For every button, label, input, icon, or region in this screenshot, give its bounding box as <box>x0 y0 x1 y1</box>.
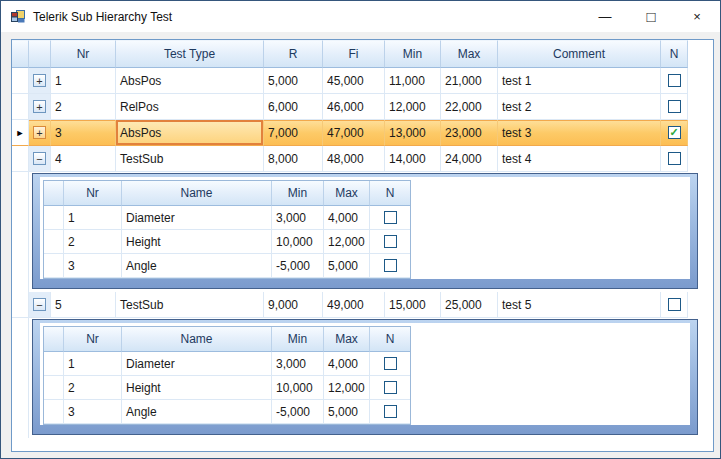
subgrid-column-header-name[interactable]: Name <box>122 327 272 352</box>
column-header-min[interactable]: Min <box>385 40 441 68</box>
expand-icon[interactable]: + <box>33 74 46 87</box>
subgrid-cell-nr[interactable]: 2 <box>64 230 122 254</box>
cell-max[interactable]: 24,000 <box>441 146 498 172</box>
cell-r[interactable]: 9,000 <box>264 292 323 318</box>
cell-max[interactable]: 22,000 <box>441 94 498 120</box>
expand-icon[interactable]: + <box>33 100 46 113</box>
subgrid-column-header-name[interactable]: Name <box>122 181 272 206</box>
cell-fi[interactable]: 46,000 <box>323 94 385 120</box>
subgrid-column-header-max[interactable]: Max <box>324 327 370 352</box>
current-cell-test-type[interactable]: AbsPos <box>116 120 264 146</box>
subgrid-cell-min[interactable]: 3,000 <box>272 352 324 376</box>
cell-min[interactable]: 14,000 <box>385 146 441 172</box>
checkbox[interactable] <box>384 405 397 418</box>
subgrid-cell-max[interactable]: 12,000 <box>324 230 370 254</box>
cell-nr[interactable]: 3 <box>51 120 116 146</box>
cell-min[interactable]: 13,000 <box>385 120 441 146</box>
cell-nr[interactable]: 2 <box>51 94 116 120</box>
subgrid-cell-nr[interactable]: 1 <box>64 206 122 230</box>
cell-min[interactable]: 12,000 <box>385 94 441 120</box>
column-header-max[interactable]: Max <box>441 40 498 68</box>
subgrid-row: 3 Angle -5,000 5,000 <box>44 254 410 278</box>
minimize-button[interactable]: — <box>582 1 628 32</box>
column-header-r[interactable]: R <box>264 40 323 68</box>
cell-comment[interactable]: test 4 <box>498 146 661 172</box>
cell-min[interactable]: 11,000 <box>385 68 441 94</box>
subgrid-cell-n <box>370 376 410 400</box>
subgrid-cell-nr[interactable]: 2 <box>64 376 122 400</box>
column-header-nr[interactable]: Nr <box>51 40 116 68</box>
subgrid-cell-name[interactable]: Angle <box>122 254 272 278</box>
column-header-n[interactable]: N <box>661 40 688 68</box>
subgrid-column-header-min[interactable]: Min <box>272 181 324 206</box>
cell-max[interactable]: 21,000 <box>441 68 498 94</box>
subgrid-cell-name[interactable]: Height <box>122 230 272 254</box>
cell-test-type[interactable]: TestSub <box>116 292 264 318</box>
collapse-icon[interactable]: − <box>33 298 46 311</box>
subgrid-cell-max[interactable]: 4,000 <box>324 352 370 376</box>
subgrid-cell-name[interactable]: Diameter <box>122 206 272 230</box>
checkbox[interactable] <box>384 381 397 394</box>
cell-test-type[interactable]: TestSub <box>116 146 264 172</box>
subgrid-cell-max[interactable]: 5,000 <box>324 400 370 424</box>
subgrid-column-header-n[interactable]: N <box>370 327 410 352</box>
subgrid-cell-name[interactable]: Angle <box>122 400 272 424</box>
subgrid-cell-max[interactable]: 5,000 <box>324 254 370 278</box>
subgrid-cell-max[interactable]: 4,000 <box>324 206 370 230</box>
cell-fi[interactable]: 47,000 <box>323 120 385 146</box>
cell-r[interactable]: 8,000 <box>264 146 323 172</box>
cell-test-type[interactable]: AbsPos <box>116 68 264 94</box>
checkbox[interactable] <box>668 298 681 311</box>
checkbox[interactable] <box>668 152 681 165</box>
column-header-comment[interactable]: Comment <box>498 40 661 68</box>
maximize-button[interactable]: □ <box>628 1 674 32</box>
cell-r[interactable]: 6,000 <box>264 94 323 120</box>
checkbox[interactable] <box>668 74 681 87</box>
subgrid-cell-min[interactable]: 3,000 <box>272 206 324 230</box>
subgrid-cell-min[interactable]: -5,000 <box>272 254 324 278</box>
subgrid-row-indicator <box>44 376 64 400</box>
cell-max[interactable]: 23,000 <box>441 120 498 146</box>
cell-fi[interactable]: 48,000 <box>323 146 385 172</box>
collapse-icon[interactable]: − <box>33 152 46 165</box>
cell-max[interactable]: 25,000 <box>441 292 498 318</box>
column-header-test-type[interactable]: Test Type <box>116 40 264 68</box>
subgrid-column-header-max[interactable]: Max <box>324 181 370 206</box>
subgrid-cell-name[interactable]: Diameter <box>122 352 272 376</box>
subgrid-column-header-n[interactable]: N <box>370 181 410 206</box>
subgrid-column-header-nr[interactable]: Nr <box>64 327 122 352</box>
subgrid-column-header-min[interactable]: Min <box>272 327 324 352</box>
subgrid-cell-name[interactable]: Height <box>122 376 272 400</box>
checkbox-checked[interactable]: ✓ <box>668 126 681 139</box>
checkbox[interactable] <box>384 211 397 224</box>
cell-nr[interactable]: 4 <box>51 146 116 172</box>
cell-min[interactable]: 15,000 <box>385 292 441 318</box>
checkbox[interactable] <box>668 100 681 113</box>
cell-test-type[interactable]: RelPos <box>116 94 264 120</box>
cell-r[interactable]: 5,000 <box>264 68 323 94</box>
subgrid-column-header-nr[interactable]: Nr <box>64 181 122 206</box>
expand-icon[interactable]: + <box>33 126 46 139</box>
cell-comment[interactable]: test 1 <box>498 68 661 94</box>
subgrid-cell-min[interactable]: 10,000 <box>272 376 324 400</box>
close-button[interactable]: × <box>674 1 720 32</box>
subgrid-cell-max[interactable]: 12,000 <box>324 376 370 400</box>
cell-fi[interactable]: 49,000 <box>323 292 385 318</box>
checkbox[interactable] <box>384 235 397 248</box>
subgrid-cell-nr[interactable]: 1 <box>64 352 122 376</box>
subgrid-cell-nr[interactable]: 3 <box>64 400 122 424</box>
subgrid-cell-nr[interactable]: 3 <box>64 254 122 278</box>
cell-comment[interactable]: test 5 <box>498 292 661 318</box>
cell-comment[interactable]: test 2 <box>498 94 661 120</box>
cell-comment[interactable]: test 3 <box>498 120 661 146</box>
subgrid-cell-min[interactable]: 10,000 <box>272 230 324 254</box>
cell-r[interactable]: 7,000 <box>264 120 323 146</box>
column-header-fi[interactable]: Fi <box>323 40 385 68</box>
expander-cell: + <box>29 94 51 120</box>
checkbox[interactable] <box>384 357 397 370</box>
subgrid-cell-min[interactable]: -5,000 <box>272 400 324 424</box>
checkbox[interactable] <box>384 259 397 272</box>
cell-nr[interactable]: 1 <box>51 68 116 94</box>
cell-nr[interactable]: 5 <box>51 292 116 318</box>
cell-fi[interactable]: 45,000 <box>323 68 385 94</box>
